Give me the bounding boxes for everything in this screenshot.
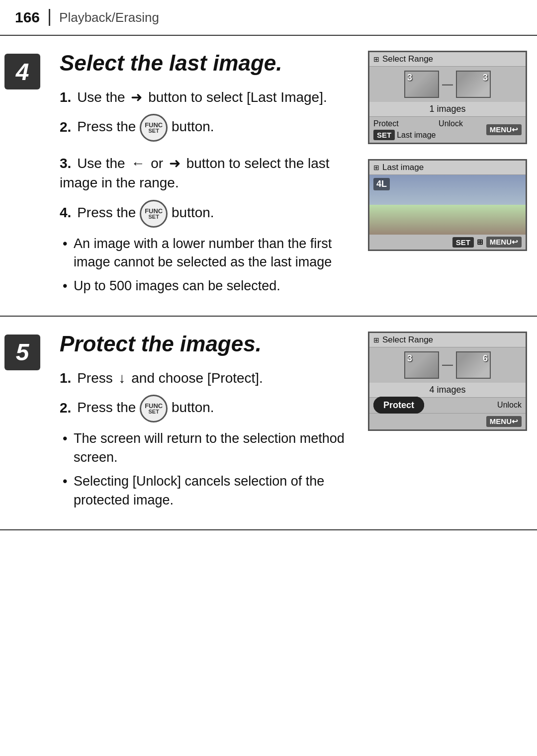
section-4-steps-2: 3. Use the ← or ➜ button to select the l… <box>60 154 353 227</box>
section-4-title: Select the last image. <box>60 51 353 76</box>
step2-label: 2. <box>60 119 71 135</box>
section-5-screens: ⊞ Select Range 3 — 6 4 images Protect Un… <box>368 332 537 514</box>
screen1-protect-unlock: Protect Unlock <box>373 119 463 128</box>
section-4-content: Select the last image. 1. Use the ➜ butt… <box>45 51 368 301</box>
section-5-steps: 1. Press ↓ and choose [Protect]. 2. Pres… <box>60 368 353 422</box>
screen3-unlock: Unlock <box>497 401 522 410</box>
screen2-top-bar: ⊞ Last image <box>369 161 526 175</box>
section-4-number-col: 4 <box>0 51 45 301</box>
screen1-set-badge: SET <box>373 130 395 140</box>
section-5-bullets: The screen will return to the selection … <box>60 429 353 509</box>
section-4-step4: 4. Press the FUNC SET button. <box>60 200 353 228</box>
step4-label: 4. <box>60 205 71 220</box>
s5-step2-text-b: button. <box>172 400 214 416</box>
s5-step2-text-a: Press the <box>77 400 136 416</box>
page-section-title: Playback/Erasing <box>59 10 159 25</box>
screen-protect: ⊞ Select Range 3 — 6 4 images Protect Un… <box>368 332 527 431</box>
screen1-unlock: Unlock <box>439 119 463 128</box>
func-set-button-2: FUNC SET <box>140 200 168 228</box>
s5-step1-label: 1. <box>60 370 71 386</box>
section-4-bullet-2: Up to 500 images can be selected. <box>60 277 353 296</box>
screen2-top-label: Last image <box>382 163 424 172</box>
screen3-footer: MENU↩ <box>369 413 526 429</box>
section-5-step2: 2. Press the FUNC SET button. <box>60 395 353 422</box>
s5-step2-label: 2. <box>60 400 71 416</box>
screen2-bottom: SET ⊞ MENU↩ <box>369 235 526 250</box>
section-4: 4 Select the last image. 1. Use the ➜ bu… <box>0 36 537 317</box>
select-range-icon: ⊞ <box>373 55 379 63</box>
screen3-top-label: Select Range <box>382 335 433 345</box>
screen3-thumb-left: 3 <box>404 351 439 379</box>
section-4-steps: 1. Use the ➜ button to select [Last Imag… <box>60 87 353 142</box>
section-5-content: Protect the images. 1. Press ↓ and choos… <box>45 332 368 514</box>
step4-text-b: button. <box>172 205 214 220</box>
screen1-images-row: 3 — 3 <box>369 67 526 102</box>
screen3-images-row: 3 — 6 <box>369 347 526 383</box>
screen2-set-icon: ⊞ <box>477 238 483 247</box>
func-set-button-3: FUNC SET <box>140 395 168 422</box>
screen1-thumb-left: 3 <box>404 71 439 98</box>
screen3-images-count: 4 images <box>369 383 526 397</box>
landscape-sky <box>369 175 526 205</box>
section-4-step2: 2. Press the FUNC SET button. <box>60 114 353 142</box>
func-bot-label: SET <box>149 128 159 134</box>
step2-text-a: Press the <box>77 119 136 135</box>
screen1-num-right: 3 <box>483 73 488 83</box>
section-5-title: Protect the images. <box>60 332 353 356</box>
step3-or: or <box>151 156 163 171</box>
screen2-set-badge: SET <box>452 237 474 248</box>
landscape-chairs <box>369 205 526 235</box>
screen3-thumb-right: 6 <box>456 351 491 379</box>
screen3-icon: ⊞ <box>373 336 379 344</box>
section-4-step1: 1. Use the ➜ button to select [Last Imag… <box>60 87 353 107</box>
step4-text-a: Press the <box>77 205 136 220</box>
func-bot-label-2: SET <box>149 214 159 220</box>
section-4-bullet-1: An image with a lower number than the fi… <box>60 235 353 272</box>
screen1-top-label: Select Range <box>382 54 433 64</box>
screen3-bottom-bar: Protect Unlock <box>369 397 526 413</box>
section-5-number: 5 <box>4 335 40 370</box>
screen-last-image: ⊞ Last image 4L SET ⊞ MENU↩ <box>368 159 527 251</box>
landscape-num: 4L <box>373 178 390 190</box>
screen1-protect: Protect <box>373 119 399 128</box>
screen3-protect-btn: Protect <box>373 400 424 411</box>
step2-text-b: button. <box>172 119 214 135</box>
func-bot-label-3: SET <box>149 409 159 415</box>
func-set-button-1: FUNC SET <box>140 114 168 142</box>
screen1-dash: — <box>442 78 453 91</box>
s5-step1-arrow: ↓ <box>119 368 126 388</box>
section-5-bullet-1: The screen will return to the selection … <box>60 429 353 467</box>
page-number: 166 <box>15 9 50 26</box>
screen1-images-count: 1 images <box>369 102 526 116</box>
step3-arrow-right: ➜ <box>169 154 180 173</box>
page-header: 166 Playback/Erasing <box>0 0 537 36</box>
screen1-set-last: SET Last image <box>373 130 463 140</box>
screen1-top-bar: ⊞ Select Range <box>369 52 526 67</box>
section-4-step3: 3. Use the ← or ➜ button to select the l… <box>60 154 353 192</box>
section-5-number-col: 5 <box>0 332 45 514</box>
step3-arrow-left: ← <box>131 154 145 173</box>
section-4-number: 4 <box>4 54 40 89</box>
screen3-top-bar: ⊞ Select Range <box>369 333 526 347</box>
screen1-menu-badge: MENU↩ <box>486 124 522 135</box>
screen3-dash: — <box>442 358 453 371</box>
step1-label: 1. <box>60 89 71 105</box>
screen3-num-right: 6 <box>483 353 488 364</box>
screen3-num-left: 3 <box>407 353 412 364</box>
screen2-menu-badge: MENU↩ <box>486 237 522 248</box>
step3-text-a: Use the <box>77 156 125 171</box>
s5-step1-text-a: Press <box>77 370 113 386</box>
protect-button: Protect <box>373 397 424 414</box>
screen1-bottom-bar: Protect Unlock SET Last image MENU↩ <box>369 116 526 143</box>
last-image-icon: ⊞ <box>373 164 379 171</box>
section-4-screens: ⊞ Select Range 3 — 3 1 images Protect Un… <box>368 51 537 301</box>
step1-text-a: Use the <box>77 89 125 105</box>
screen2-landscape: 4L <box>369 175 526 235</box>
step1-arrow: ➜ <box>131 87 142 107</box>
screen1-num-left: 3 <box>407 73 412 83</box>
section-5-step1: 1. Press ↓ and choose [Protect]. <box>60 368 353 388</box>
section-5-bullet-2: Selecting [Unlock] cancels selection of … <box>60 472 353 510</box>
step1-text-b: button to select [Last Image]. <box>148 89 327 105</box>
screen3-menu-badge: MENU↩ <box>486 416 522 427</box>
screen1-last-image: Last image <box>397 131 436 140</box>
